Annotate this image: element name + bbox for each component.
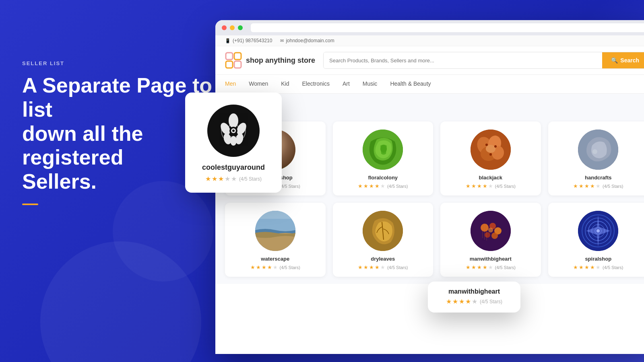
svg-point-46 bbox=[485, 232, 490, 238]
svg-rect-11 bbox=[234, 53, 241, 60]
seller-name-manwithbigheart: manwithbigheart bbox=[447, 256, 535, 262]
seller-avatar-waterscape bbox=[255, 211, 295, 251]
star-4: ★ bbox=[225, 175, 230, 183]
seller-avatar-floralcolony bbox=[363, 130, 403, 170]
browser-address-bar[interactable] bbox=[251, 23, 644, 32]
svg-point-36 bbox=[592, 149, 597, 154]
svg-point-31 bbox=[485, 144, 488, 146]
svg-point-1 bbox=[229, 113, 238, 128]
seller-card-floralcolony[interactable]: floralcolony ★★★★★ (4/5 Stars) bbox=[333, 121, 433, 195]
seller-name-waterscape: waterscape bbox=[231, 256, 319, 262]
seller-avatar-dryleaves bbox=[363, 211, 403, 251]
phone-icon: 📱 bbox=[225, 38, 231, 43]
seller-card-dryleaves[interactable]: dryleaves ★★★★★ (4/5 Stars) bbox=[333, 203, 433, 277]
seller-card-manwithbigheart[interactable]: manwithbigheart ★★★★★ (4/5 Stars) bbox=[440, 203, 541, 277]
seller-card-spiralshop[interactable]: spiralshop ★★★★★ (4/5 Stars) bbox=[548, 203, 644, 277]
seller-stars-manwithbigheart: ★★★★★ (4/5 Stars) bbox=[447, 264, 535, 270]
seller-avatar-spiralshop bbox=[578, 211, 618, 251]
svg-point-48 bbox=[488, 228, 493, 232]
svg-point-55 bbox=[597, 229, 600, 232]
logo-icon bbox=[225, 52, 242, 69]
star-2: ★ bbox=[212, 175, 217, 183]
site-header: shop anything store 🔍 Search bbox=[215, 46, 644, 75]
seller-avatar-manwithbigheart bbox=[471, 211, 511, 251]
seller-stars-floralcolony: ★★★★★ (4/5 Stars) bbox=[339, 183, 427, 189]
logo-area: shop anything store bbox=[225, 52, 315, 69]
floating-seller-card[interactable]: coolestguyaround ★ ★ ★ ★ ★ (4/5 Stars) bbox=[185, 93, 282, 193]
seller-name-blackjack: blackjack bbox=[447, 175, 535, 181]
seller-name-handcrafts: handcrafts bbox=[555, 175, 642, 181]
search-bar[interactable]: 🔍 Search bbox=[323, 52, 644, 69]
browser-maximize-dot[interactable] bbox=[238, 25, 243, 30]
site-nav: Men Women Kid Electronics Art Music Heal… bbox=[215, 75, 644, 94]
bottom-card-seller-name: manwithbigheart bbox=[435, 288, 513, 295]
seller-card-handcrafts[interactable]: handcrafts ★★★★★ (4/5 Stars) bbox=[548, 121, 644, 195]
star-1: ★ bbox=[205, 175, 211, 183]
logo-text: shop anything store bbox=[246, 56, 315, 65]
seller-stars-dryleaves: ★★★★★ (4/5 Stars) bbox=[339, 264, 427, 270]
seller-stars-waterscape: ★★★★★ (4/5 Stars) bbox=[231, 264, 319, 270]
browser-close-dot[interactable] bbox=[222, 25, 227, 30]
floating-card-stars: ★ ★ ★ ★ ★ (4/5 Stars) bbox=[193, 175, 274, 183]
search-icon: 🔍 bbox=[611, 57, 618, 64]
seller-card-blackjack[interactable]: blackjack ★★★★★ (4/5 Stars) bbox=[440, 121, 541, 195]
topbar-email: ✉ johndoe@domain.com bbox=[280, 38, 334, 43]
bottom-floating-card[interactable]: manwithbigheart ★ ★ ★ ★ ★ (4/5 Stars) bbox=[428, 282, 520, 313]
nav-item-electronics[interactable]: Electronics bbox=[302, 75, 329, 93]
star-5: ★ bbox=[231, 175, 237, 183]
seller-stars-blackjack: ★★★★★ (4/5 Stars) bbox=[447, 183, 535, 189]
seller-stars-spiralshop: ★★★★★ (4/5 Stars) bbox=[555, 264, 642, 270]
browser-chrome bbox=[215, 20, 644, 35]
svg-point-35 bbox=[597, 144, 603, 151]
floating-card-seller-name: coolestguyaround bbox=[193, 163, 274, 172]
seller-stars-handcrafts: ★★★★★ (4/5 Stars) bbox=[555, 183, 642, 189]
heading-underline bbox=[22, 204, 38, 205]
browser-minimize-dot[interactable] bbox=[230, 25, 235, 30]
svg-rect-12 bbox=[226, 61, 233, 68]
svg-point-32 bbox=[494, 145, 497, 148]
bottom-card-rating-text: (4/5 Stars) bbox=[480, 299, 502, 304]
seller-name-floralcolony: floralcolony bbox=[339, 175, 427, 181]
search-button[interactable]: 🔍 Search bbox=[602, 52, 644, 68]
sellers-grid: johndoe-shop ★★★★★ (4/5 Stars) bbox=[225, 121, 644, 277]
avatar bbox=[207, 105, 260, 157]
nav-item-men[interactable]: Men bbox=[225, 75, 236, 93]
svg-rect-40 bbox=[255, 211, 295, 219]
topbar: 📱 (+91) 9876543210 ✉ johndoe@domain.com bbox=[215, 35, 644, 46]
seller-name-spiralshop: spiralshop bbox=[555, 256, 642, 262]
svg-rect-10 bbox=[226, 53, 233, 60]
seller-card-waterscape[interactable]: waterscape ★★★★★ (4/5 Stars) bbox=[225, 203, 326, 277]
svg-point-47 bbox=[491, 232, 498, 239]
search-input[interactable] bbox=[324, 52, 602, 68]
star-3: ★ bbox=[218, 175, 224, 183]
email-icon: ✉ bbox=[280, 38, 284, 43]
floating-card-rating-text: (4/5 Stars) bbox=[239, 176, 262, 182]
topbar-phone: 📱 (+91) 9876543210 bbox=[225, 38, 272, 43]
nav-item-women[interactable]: Women bbox=[249, 75, 268, 93]
filter-row: Popularity ▾ bbox=[225, 101, 644, 114]
seller-name-dryleaves: dryleaves bbox=[339, 256, 427, 262]
svg-rect-13 bbox=[234, 61, 241, 68]
seller-avatar-blackjack bbox=[471, 130, 511, 170]
nav-item-art[interactable]: Art bbox=[343, 75, 350, 93]
nav-item-music[interactable]: Music bbox=[363, 75, 378, 93]
seller-avatar-handcrafts bbox=[578, 130, 618, 170]
svg-point-33 bbox=[489, 153, 492, 156]
nav-item-health-beauty[interactable]: Health & Beauty bbox=[390, 75, 431, 93]
seller-list-label: SELLER LIST bbox=[22, 60, 223, 66]
nav-item-kid[interactable]: Kid bbox=[281, 75, 289, 93]
bottom-card-stars: ★ ★ ★ ★ ★ (4/5 Stars) bbox=[435, 298, 513, 305]
svg-point-9 bbox=[232, 130, 235, 132]
